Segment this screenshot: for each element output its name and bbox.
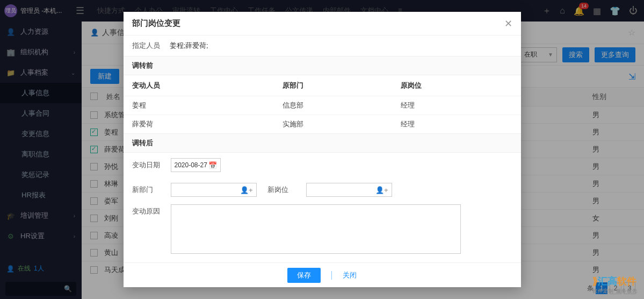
assign-row: 指定人员 姜程;薛爱荷; bbox=[124, 35, 521, 56]
cell-dept: 实施部 bbox=[283, 119, 401, 129]
cell-person: 姜程 bbox=[132, 101, 283, 110]
cell-pos: 经理 bbox=[401, 101, 512, 110]
modal-title: 部门岗位变更 bbox=[132, 18, 180, 29]
th-dept: 原部门 bbox=[283, 81, 401, 90]
close-icon[interactable]: ✕ bbox=[504, 18, 512, 30]
modal-overlay: 部门岗位变更 ✕ 指定人员 姜程;薛爱荷; 调转前 变动人员 原部门 原岗位 姜… bbox=[0, 0, 644, 299]
dept-pos-row: 新部门 👤+ 新岗位 👤+ bbox=[124, 177, 521, 202]
cell-pos: 经理 bbox=[401, 119, 512, 129]
new-pos-field: 新岗位 👤+ bbox=[267, 183, 392, 197]
new-pos-label: 新岗位 bbox=[267, 185, 301, 195]
before-section: 调转前 bbox=[124, 56, 521, 75]
date-label: 变动日期 bbox=[132, 160, 165, 170]
modal-table-row: 姜程信息部经理 bbox=[124, 96, 521, 115]
new-dept-label: 新部门 bbox=[132, 185, 165, 195]
new-pos-input[interactable]: 👤+ bbox=[306, 183, 392, 197]
modal: 部门岗位变更 ✕ 指定人员 姜程;薛爱荷; 调转前 变动人员 原部门 原岗位 姜… bbox=[124, 12, 521, 287]
modal-foot: 保存 关闭 bbox=[124, 262, 521, 287]
modal-head: 部门岗位变更 ✕ bbox=[124, 12, 521, 35]
after-section: 调转后 bbox=[124, 133, 521, 153]
modal-table-row: 薛爱荷实施部经理 bbox=[124, 115, 521, 133]
cell-dept: 信息部 bbox=[283, 101, 401, 110]
calendar-icon[interactable]: 📅 bbox=[208, 161, 217, 169]
date-input[interactable]: 2020-08-27📅 bbox=[171, 158, 221, 172]
person-picker-icon[interactable]: 👤+ bbox=[375, 186, 388, 194]
date-field: 变动日期 2020-08-27📅 bbox=[132, 158, 221, 172]
cell-person: 薛爱荷 bbox=[132, 119, 283, 129]
person-picker-icon[interactable]: 👤+ bbox=[240, 186, 253, 194]
watermark: ⟫汇高软件 软件定制 服务领先 bbox=[592, 275, 638, 295]
assign-value: 姜程;薛爱荷; bbox=[170, 41, 208, 51]
reason-label: 变动原因 bbox=[132, 204, 165, 216]
reason-textarea[interactable] bbox=[171, 204, 461, 254]
th-person: 变动人员 bbox=[132, 81, 283, 90]
close-button[interactable]: 关闭 bbox=[343, 270, 357, 280]
reason-row: 变动原因 bbox=[124, 202, 521, 262]
assign-label: 指定人员 bbox=[132, 41, 170, 51]
divider bbox=[331, 271, 332, 280]
modal-body: 指定人员 姜程;薛爱荷; 调转前 变动人员 原部门 原岗位 姜程信息部经理薛爱荷… bbox=[124, 35, 521, 262]
modal-table-head: 变动人员 原部门 原岗位 bbox=[124, 75, 521, 96]
save-button[interactable]: 保存 bbox=[287, 268, 321, 283]
th-pos: 原岗位 bbox=[401, 81, 512, 90]
after-form: 变动日期 2020-08-27📅 bbox=[124, 153, 521, 177]
new-dept-field: 新部门 👤+ bbox=[132, 183, 257, 197]
new-dept-input[interactable]: 👤+ bbox=[171, 183, 257, 197]
